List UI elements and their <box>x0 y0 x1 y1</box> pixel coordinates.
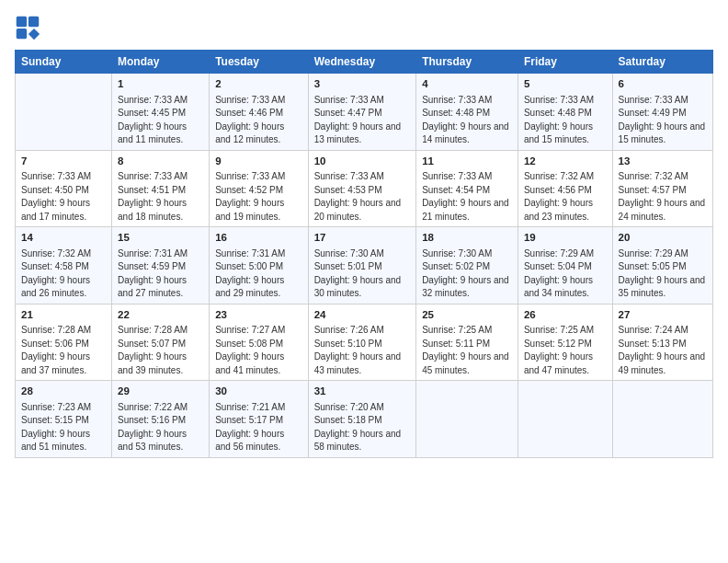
calendar-cell: 9Sunrise: 7:33 AMSunset: 4:52 PMDaylight… <box>210 150 308 227</box>
calendar-cell <box>518 381 612 458</box>
cell-sunrise: Sunrise: 7:22 AMSunset: 5:16 PMDaylight:… <box>118 402 188 453</box>
cell-sunrise: Sunrise: 7:30 AMSunset: 5:01 PMDaylight:… <box>314 248 402 299</box>
calendar-cell: 29Sunrise: 7:22 AMSunset: 5:16 PMDayligh… <box>112 381 210 458</box>
calendar-cell: 14Sunrise: 7:32 AMSunset: 4:58 PMDayligh… <box>16 227 112 304</box>
calendar-cell: 6Sunrise: 7:33 AMSunset: 4:49 PMDaylight… <box>612 74 712 151</box>
calendar-cell: 19Sunrise: 7:29 AMSunset: 5:04 PMDayligh… <box>518 227 612 304</box>
calendar-cell: 20Sunrise: 7:29 AMSunset: 5:05 PMDayligh… <box>612 227 712 304</box>
cell-sunrise: Sunrise: 7:26 AMSunset: 5:10 PMDaylight:… <box>314 325 402 375</box>
day-number: 18 <box>422 231 512 246</box>
day-number: 17 <box>314 231 411 246</box>
calendar-cell: 1Sunrise: 7:33 AMSunset: 4:45 PMDaylight… <box>112 74 210 151</box>
day-number: 10 <box>314 155 411 169</box>
cell-sunrise: Sunrise: 7:24 AMSunset: 5:13 PMDaylight:… <box>619 325 706 375</box>
cell-sunrise: Sunrise: 7:31 AMSunset: 5:00 PMDaylight:… <box>215 248 285 299</box>
column-header-sunday: Sunday <box>16 51 112 74</box>
week-row-5: 28Sunrise: 7:23 AMSunset: 5:15 PMDayligh… <box>16 381 713 458</box>
column-header-thursday: Thursday <box>416 51 518 74</box>
cell-sunrise: Sunrise: 7:33 AMSunset: 4:53 PMDaylight:… <box>314 171 402 222</box>
calendar-cell: 26Sunrise: 7:25 AMSunset: 5:12 PMDayligh… <box>518 304 612 381</box>
day-number: 11 <box>422 155 512 169</box>
column-header-friday: Friday <box>518 51 612 74</box>
cell-sunrise: Sunrise: 7:32 AMSunset: 4:58 PMDaylight:… <box>21 248 91 299</box>
column-header-wednesday: Wednesday <box>308 51 416 74</box>
calendar-cell: 28Sunrise: 7:23 AMSunset: 5:15 PMDayligh… <box>16 381 112 458</box>
cell-sunrise: Sunrise: 7:31 AMSunset: 4:59 PMDaylight:… <box>118 248 188 299</box>
calendar-cell: 11Sunrise: 7:33 AMSunset: 4:54 PMDayligh… <box>416 150 518 227</box>
week-row-4: 21Sunrise: 7:28 AMSunset: 5:06 PMDayligh… <box>16 304 713 381</box>
cell-sunrise: Sunrise: 7:27 AMSunset: 5:08 PMDaylight:… <box>215 325 285 375</box>
calendar-table: SundayMondayTuesdayWednesdayThursdayFrid… <box>15 50 713 458</box>
calendar-cell: 2Sunrise: 7:33 AMSunset: 4:46 PMDaylight… <box>210 74 308 151</box>
day-number: 16 <box>215 231 301 246</box>
day-number: 15 <box>118 231 203 246</box>
cell-sunrise: Sunrise: 7:23 AMSunset: 5:15 PMDaylight:… <box>21 402 91 453</box>
day-number: 31 <box>314 385 411 399</box>
cell-sunrise: Sunrise: 7:33 AMSunset: 4:51 PMDaylight:… <box>118 171 188 222</box>
calendar-cell: 22Sunrise: 7:28 AMSunset: 5:07 PMDayligh… <box>112 304 210 381</box>
logo <box>15 15 44 40</box>
cell-sunrise: Sunrise: 7:25 AMSunset: 5:12 PMDaylight:… <box>524 325 594 375</box>
day-number: 29 <box>118 385 203 399</box>
calendar-cell: 8Sunrise: 7:33 AMSunset: 4:51 PMDaylight… <box>112 150 210 227</box>
day-number: 13 <box>619 155 707 169</box>
calendar-header: SundayMondayTuesdayWednesdayThursdayFrid… <box>16 51 713 74</box>
day-number: 8 <box>118 155 203 169</box>
day-number: 25 <box>422 308 512 323</box>
calendar-cell <box>416 381 518 458</box>
calendar-cell: 30Sunrise: 7:21 AMSunset: 5:17 PMDayligh… <box>210 381 308 458</box>
cell-sunrise: Sunrise: 7:33 AMSunset: 4:48 PMDaylight:… <box>422 95 509 145</box>
cell-sunrise: Sunrise: 7:33 AMSunset: 4:46 PMDaylight:… <box>215 95 285 145</box>
cell-sunrise: Sunrise: 7:33 AMSunset: 4:48 PMDaylight:… <box>524 95 594 145</box>
day-number: 14 <box>21 231 106 246</box>
cell-sunrise: Sunrise: 7:28 AMSunset: 5:06 PMDaylight:… <box>21 325 91 375</box>
column-header-tuesday: Tuesday <box>210 51 308 74</box>
day-number: 6 <box>619 77 707 92</box>
calendar-cell: 15Sunrise: 7:31 AMSunset: 4:59 PMDayligh… <box>112 227 210 304</box>
calendar-body: 1Sunrise: 7:33 AMSunset: 4:45 PMDaylight… <box>16 74 713 458</box>
calendar-cell: 18Sunrise: 7:30 AMSunset: 5:02 PMDayligh… <box>416 227 518 304</box>
svg-marker-3 <box>28 29 40 40</box>
day-number: 1 <box>118 77 203 92</box>
day-number: 9 <box>215 155 301 169</box>
cell-sunrise: Sunrise: 7:20 AMSunset: 5:18 PMDaylight:… <box>314 402 402 453</box>
calendar-cell: 21Sunrise: 7:28 AMSunset: 5:06 PMDayligh… <box>16 304 112 381</box>
day-number: 24 <box>314 308 411 323</box>
calendar-cell: 12Sunrise: 7:32 AMSunset: 4:56 PMDayligh… <box>518 150 612 227</box>
cell-sunrise: Sunrise: 7:33 AMSunset: 4:49 PMDaylight:… <box>619 95 706 145</box>
calendar-cell: 4Sunrise: 7:33 AMSunset: 4:48 PMDaylight… <box>416 74 518 151</box>
calendar-cell <box>16 74 112 151</box>
header <box>15 15 713 40</box>
week-row-2: 7Sunrise: 7:33 AMSunset: 4:50 PMDaylight… <box>16 150 713 227</box>
svg-rect-0 <box>17 17 27 27</box>
day-number: 21 <box>21 308 106 323</box>
cell-sunrise: Sunrise: 7:29 AMSunset: 5:05 PMDaylight:… <box>619 248 706 299</box>
column-header-saturday: Saturday <box>612 51 712 74</box>
calendar-cell: 27Sunrise: 7:24 AMSunset: 5:13 PMDayligh… <box>612 304 712 381</box>
calendar-cell: 17Sunrise: 7:30 AMSunset: 5:01 PMDayligh… <box>308 227 416 304</box>
day-number: 4 <box>422 77 512 92</box>
calendar-cell: 16Sunrise: 7:31 AMSunset: 5:00 PMDayligh… <box>210 227 308 304</box>
day-number: 23 <box>215 308 301 323</box>
cell-sunrise: Sunrise: 7:32 AMSunset: 4:57 PMDaylight:… <box>619 171 706 222</box>
day-number: 19 <box>524 231 607 246</box>
svg-rect-1 <box>28 17 39 27</box>
cell-sunrise: Sunrise: 7:33 AMSunset: 4:45 PMDaylight:… <box>118 95 188 145</box>
calendar-cell: 23Sunrise: 7:27 AMSunset: 5:08 PMDayligh… <box>210 304 308 381</box>
calendar-cell: 7Sunrise: 7:33 AMSunset: 4:50 PMDaylight… <box>16 150 112 227</box>
cell-sunrise: Sunrise: 7:33 AMSunset: 4:50 PMDaylight:… <box>21 171 91 222</box>
day-number: 30 <box>215 385 301 399</box>
cell-sunrise: Sunrise: 7:29 AMSunset: 5:04 PMDaylight:… <box>524 248 594 299</box>
cell-sunrise: Sunrise: 7:33 AMSunset: 4:52 PMDaylight:… <box>215 171 285 222</box>
calendar-cell: 10Sunrise: 7:33 AMSunset: 4:53 PMDayligh… <box>308 150 416 227</box>
week-row-1: 1Sunrise: 7:33 AMSunset: 4:45 PMDaylight… <box>16 74 713 151</box>
calendar-cell: 31Sunrise: 7:20 AMSunset: 5:18 PMDayligh… <box>308 381 416 458</box>
cell-sunrise: Sunrise: 7:28 AMSunset: 5:07 PMDaylight:… <box>118 325 188 375</box>
cell-sunrise: Sunrise: 7:33 AMSunset: 4:54 PMDaylight:… <box>422 171 509 222</box>
calendar-cell: 13Sunrise: 7:32 AMSunset: 4:57 PMDayligh… <box>612 150 712 227</box>
day-number: 2 <box>215 77 301 92</box>
day-number: 28 <box>21 385 106 399</box>
day-number: 12 <box>524 155 607 169</box>
day-number: 7 <box>21 155 106 169</box>
cell-sunrise: Sunrise: 7:32 AMSunset: 4:56 PMDaylight:… <box>524 171 594 222</box>
